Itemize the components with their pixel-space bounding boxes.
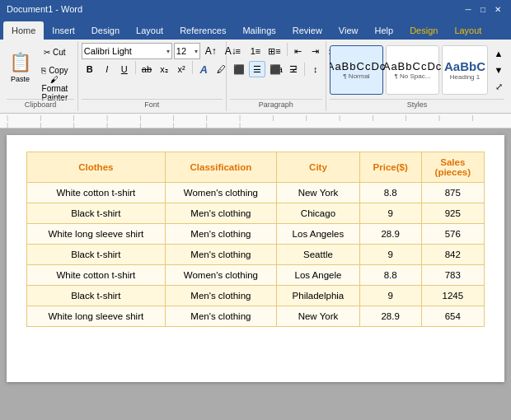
close-button[interactable]: ✕	[491, 3, 504, 15]
cell-clothes-5: White cotton t-shirt	[27, 265, 166, 286]
italic-button[interactable]: I	[99, 61, 115, 77]
cell-city-6: Philadelphia	[277, 286, 360, 306]
tab-view[interactable]: View	[331, 21, 367, 40]
increase-font-button[interactable]: A↑	[202, 43, 220, 59]
table-row: White cotton t-shirt Women's clothing Lo…	[27, 265, 485, 286]
style-no-spacing[interactable]: AaBbCcDc ¶ No Spac...	[386, 45, 439, 95]
font-size-arrow: ▾	[195, 48, 198, 55]
font-name-arrow: ▾	[166, 48, 170, 55]
underline-button[interactable]: U	[116, 61, 133, 77]
data-table: Clothes Classification City Price($) Sal…	[26, 152, 485, 327]
tab-layout[interactable]: Layout	[128, 21, 171, 40]
separator3	[287, 43, 288, 56]
styles-scroll-down[interactable]: ▼	[490, 62, 504, 78]
table-header-row: Clothes Classification City Price($) Sal…	[27, 152, 485, 183]
style-no-spacing-label: ¶ No Spac...	[395, 72, 431, 80]
tab-layout2[interactable]: Layout	[446, 21, 490, 40]
styles-label: Styles	[330, 99, 504, 110]
cell-price-6: 9	[359, 286, 421, 306]
paragraph-group: ≡ 1≡ ⊞≡ ⇤ ⇥ ↕A ¶ ⬛ ☰ ⬛ ☰ ↕ ▣ ⊞ ⤢ Paragra	[227, 41, 326, 111]
cell-city-3: Los Angeles	[277, 224, 360, 245]
cell-price-2: 9	[359, 203, 421, 224]
align-left-button[interactable]: ⬛	[230, 61, 248, 77]
cell-city-1: New York	[277, 183, 360, 203]
clipboard-label: Clipboard	[7, 99, 74, 110]
increase-indent-button[interactable]: ⇥	[307, 43, 324, 59]
style-normal-label: ¶ Normal	[343, 72, 369, 80]
clipboard-group: 📋 Paste ✂ Cut ⎘ Copy 🖌 Format Painter Cl…	[3, 41, 78, 111]
paste-button[interactable]: 📋 Paste	[7, 43, 34, 92]
col-sales: Sales(pieces)	[421, 152, 484, 183]
cell-city-5: Los Angele	[277, 265, 360, 286]
style-no-spacing-preview: AaBbCcDc	[383, 60, 443, 72]
font-name-dropdown[interactable]: Calibri Light ▾	[82, 43, 172, 59]
col-classification: Classification	[165, 152, 276, 183]
separator2	[192, 61, 193, 74]
align-right-button[interactable]: ⬛	[266, 61, 284, 77]
cell-sales-1: 875	[421, 183, 484, 203]
font-label: Font	[82, 99, 223, 110]
table-row: Black t-shirt Men's clothing Seattle 9 8…	[27, 245, 485, 265]
strikethrough-button[interactable]: ab	[138, 61, 155, 77]
cell-sales-2: 925	[421, 203, 484, 224]
window-controls: ─ □ ✕	[462, 3, 504, 15]
ruler: | | | | | | | | | | | | | | | | | | | | …	[0, 114, 511, 128]
cell-clothes-7: White long sleeve shirt	[27, 306, 166, 327]
table-row: Black t-shirt Men's clothing Philadelphi…	[27, 286, 485, 306]
cell-sales-6: 1245	[421, 286, 484, 306]
ribbon-toolbar: 📋 Paste ✂ Cut ⎘ Copy 🖌 Format Painter Cl…	[0, 40, 511, 114]
bold-button[interactable]: B	[82, 61, 98, 77]
style-heading1[interactable]: AaBbC Heading 1	[442, 45, 488, 95]
align-center-button[interactable]: ☰	[249, 61, 265, 77]
tab-design2[interactable]: Design	[401, 21, 446, 40]
font-name-value: Calibri Light	[84, 46, 132, 56]
decrease-indent-button[interactable]: ⇤	[290, 43, 307, 59]
cell-city-7: New York	[277, 306, 360, 327]
format-painter-button[interactable]: 🖌 Format Painter	[35, 80, 74, 96]
document-page: Clothes Classification City Price($) Sal…	[7, 135, 504, 382]
cell-clothes-6: Black t-shirt	[27, 286, 166, 306]
style-normal[interactable]: AaBbCcDc ¶ Normal	[330, 45, 383, 95]
cell-sales-4: 842	[421, 245, 484, 265]
font-size-value: 12	[176, 46, 186, 56]
cell-price-5: 8.8	[359, 265, 421, 286]
font-size-dropdown[interactable]: 12 ▾	[174, 43, 200, 59]
cell-price-4: 9	[359, 245, 421, 265]
font-selector: Calibri Light ▾ 12 ▾ A↑ A↓	[82, 43, 240, 59]
minimize-button[interactable]: ─	[462, 3, 475, 15]
ruler-marks: | | | | | | | | | | | | | | | | | | | | …	[7, 114, 504, 128]
cell-clothes-2: Black t-shirt	[27, 203, 166, 224]
document-area[interactable]: Clothes Classification City Price($) Sal…	[0, 128, 511, 420]
separator4	[304, 63, 305, 76]
tab-review[interactable]: Review	[284, 21, 331, 40]
cell-price-7: 28.9	[359, 306, 421, 327]
tab-insert[interactable]: Insert	[44, 21, 83, 40]
tab-mailings[interactable]: Mailings	[234, 21, 284, 40]
styles-more[interactable]: ⤢	[490, 78, 504, 95]
cell-clothes-1: White cotton t-shirt	[27, 183, 166, 203]
cell-sales-7: 654	[421, 306, 484, 327]
styles-group: AaBbCcDc ¶ Normal AaBbCcDc ¶ No Spac... …	[326, 41, 508, 111]
cell-class-1: Women's clothing	[165, 183, 276, 203]
styles-scroll-up[interactable]: ▲	[490, 45, 504, 62]
superscript-button[interactable]: x²	[173, 61, 190, 77]
tab-home[interactable]: Home	[3, 21, 44, 40]
style-normal-preview: AaBbCcDc	[330, 60, 386, 72]
tab-references[interactable]: References	[171, 21, 234, 40]
cell-sales-3: 576	[421, 224, 484, 245]
justify-button[interactable]: ☰	[285, 61, 302, 77]
cell-price-1: 8.8	[359, 183, 421, 203]
line-spacing-button[interactable]: ↕	[307, 61, 324, 77]
cell-clothes-3: White long sleeve shirt	[27, 224, 166, 245]
bullets-button[interactable]: ≡	[230, 43, 246, 59]
cell-class-3: Men's clothing	[165, 224, 276, 245]
multilevel-button[interactable]: ⊞≡	[265, 43, 284, 59]
tab-help[interactable]: Help	[367, 21, 402, 40]
styles-scroll-buttons: ▲ ▼ ⤢	[490, 45, 504, 95]
cut-button[interactable]: ✂ Cut	[35, 44, 74, 60]
maximize-button[interactable]: □	[476, 3, 490, 15]
numbering-button[interactable]: 1≡	[247, 43, 265, 59]
tab-design[interactable]: Design	[83, 21, 128, 40]
subscript-button[interactable]: x₂	[156, 61, 172, 77]
text-effects-button[interactable]: A	[195, 61, 212, 77]
